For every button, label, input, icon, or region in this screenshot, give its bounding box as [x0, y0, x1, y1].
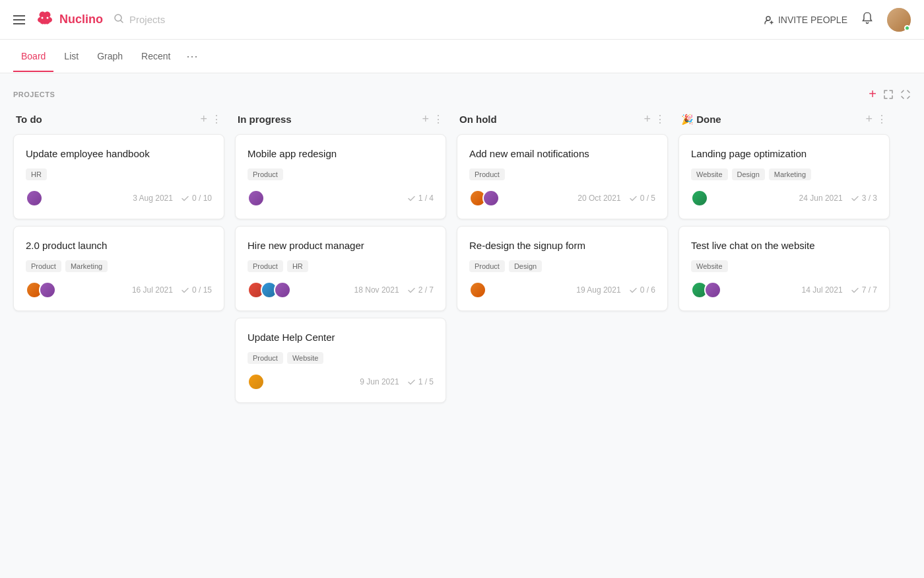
card-assignees	[248, 281, 291, 299]
tag-marketing: Marketing	[769, 168, 811, 180]
search-bar[interactable]: Projects	[114, 13, 165, 26]
column-actions-on-hold: + ⋮	[644, 112, 665, 126]
card-date: 19 Aug 2021	[576, 285, 620, 295]
card-tags: Product HR	[248, 260, 434, 272]
tag-product: Product	[248, 260, 283, 272]
card-title: Update Help Center	[248, 330, 434, 344]
add-card-in-progress-button[interactable]: +	[422, 112, 429, 126]
tag-design: Design	[732, 168, 765, 180]
avatar	[691, 190, 708, 207]
tab-graph[interactable]: Graph	[89, 42, 131, 72]
card-title: Re-design the signup form	[469, 238, 655, 252]
card-tasks: 1 / 5	[407, 377, 434, 386]
card-redesign-signup-form[interactable]: Re-design the signup form Product Design…	[457, 226, 668, 311]
expand-button[interactable]	[883, 89, 894, 100]
card-meta: 1 / 4	[407, 194, 434, 203]
card-mobile-app-redesign[interactable]: Mobile app redesign Product 1 / 4	[235, 134, 446, 219]
card-title: Test live chat on the website	[691, 238, 877, 252]
card-title: Mobile app redesign	[248, 147, 434, 161]
avatar	[274, 281, 291, 299]
avatar	[469, 281, 486, 299]
card-assignees	[248, 190, 265, 207]
header-right: INVITE PEOPLE	[764, 8, 911, 32]
invite-people-label: INVITE PEOPLE	[778, 15, 847, 25]
card-date: 20 Oct 2021	[578, 194, 620, 203]
column-title-in-progress: In progress	[238, 114, 292, 125]
board-header: PROJECTS +	[13, 87, 911, 102]
column-menu-todo-button[interactable]: ⋮	[211, 113, 222, 126]
card-tags: HR	[26, 168, 212, 180]
column-header-todo: To do + ⋮	[13, 112, 224, 126]
brain-icon	[36, 11, 54, 29]
card-product-launch[interactable]: 2.0 product launch Product Marketing 16 …	[13, 226, 224, 311]
add-card-done-button[interactable]: +	[865, 112, 873, 126]
column-actions-in-progress: + ⋮	[422, 112, 444, 126]
column-menu-in-progress-button[interactable]: ⋮	[433, 113, 444, 126]
logo-text: Nuclino	[59, 13, 103, 26]
column-title-todo: To do	[16, 114, 42, 125]
card-test-live-chat[interactable]: Test live chat on the website Website 14…	[678, 226, 890, 311]
card-footer: 3 Aug 2021 0 / 10	[26, 190, 212, 207]
card-date: 18 Nov 2021	[354, 285, 399, 295]
add-column-button[interactable]: +	[869, 87, 876, 102]
card-meta: 14 Jul 2021 7 / 7	[802, 285, 877, 295]
card-title: Add new email notifications	[469, 147, 655, 161]
tasks-icon	[181, 194, 189, 203]
search-label: Projects	[129, 14, 165, 25]
tabs-bar: Board List Graph Recent ⋯	[0, 40, 924, 73]
column-on-hold: On hold + ⋮ Add new email notifications …	[457, 112, 668, 410]
card-add-email-notifications[interactable]: Add new email notifications Product 20 O…	[457, 134, 668, 219]
user-avatar[interactable]	[887, 8, 911, 32]
card-meta: 20 Oct 2021 0 / 5	[578, 194, 655, 203]
card-date: 3 Aug 2021	[133, 194, 173, 203]
card-footer: 9 Jun 2021 1 / 5	[248, 373, 434, 390]
invite-people-button[interactable]: INVITE PEOPLE	[764, 15, 847, 25]
tag-website: Website	[691, 168, 728, 180]
column-todo: To do + ⋮ Update employee handbook HR 3 …	[13, 112, 224, 410]
tab-recent[interactable]: Recent	[133, 42, 178, 72]
avatar	[482, 190, 500, 207]
card-footer: 18 Nov 2021 2 / 7	[248, 281, 434, 299]
tag-product: Product	[248, 352, 283, 364]
board-actions: +	[869, 87, 911, 102]
tag-product: Product	[248, 168, 283, 180]
card-meta: 24 Jun 2021 3 / 3	[799, 194, 877, 203]
card-assignees	[691, 190, 708, 207]
card-update-employee-handbook[interactable]: Update employee handbook HR 3 Aug 2021 0…	[13, 134, 224, 219]
card-tags: Product Marketing	[26, 260, 212, 272]
card-tags: Product	[469, 168, 655, 180]
collapse-button[interactable]	[900, 89, 911, 100]
card-landing-page-optimization[interactable]: Landing page optimization Website Design…	[678, 134, 890, 219]
tasks-icon	[851, 286, 859, 295]
header-left: Nuclino Projects	[13, 11, 764, 29]
card-tags: Product	[248, 168, 434, 180]
card-update-help-center[interactable]: Update Help Center Product Website 9 Jun…	[235, 318, 446, 403]
tag-product: Product	[469, 260, 505, 272]
tabs-more-button[interactable]: ⋯	[181, 40, 203, 73]
column-in-progress: In progress + ⋮ Mobile app redesign Prod…	[235, 112, 446, 410]
card-date: 16 Jul 2021	[132, 285, 173, 295]
add-card-on-hold-button[interactable]: +	[644, 112, 651, 126]
card-tasks: 1 / 4	[407, 194, 434, 203]
card-meta: 19 Aug 2021 0 / 6	[576, 285, 655, 295]
tab-list[interactable]: List	[56, 42, 86, 72]
tag-hr: HR	[26, 168, 47, 180]
add-card-todo-button[interactable]: +	[200, 112, 207, 126]
svg-point-0	[42, 17, 44, 18]
tab-board[interactable]: Board	[13, 42, 53, 72]
card-assignees	[691, 281, 721, 299]
svg-point-3	[766, 17, 770, 20]
column-menu-on-hold-button[interactable]: ⋮	[655, 113, 665, 126]
tasks-icon	[407, 194, 416, 203]
card-hire-product-manager[interactable]: Hire new product manager Product HR 18 N…	[235, 226, 446, 311]
notifications-button[interactable]	[861, 11, 874, 28]
card-footer: 16 Jul 2021 0 / 15	[26, 281, 212, 299]
tasks-icon	[181, 286, 189, 295]
hamburger-button[interactable]	[13, 15, 25, 24]
logo[interactable]: Nuclino	[36, 11, 103, 29]
column-header-done: 🎉 Done + ⋮	[678, 112, 890, 126]
card-date: 24 Jun 2021	[799, 194, 843, 203]
column-menu-done-button[interactable]: ⋮	[876, 113, 887, 126]
card-meta: 18 Nov 2021 2 / 7	[354, 285, 434, 295]
card-title: Landing page optimization	[691, 147, 877, 161]
